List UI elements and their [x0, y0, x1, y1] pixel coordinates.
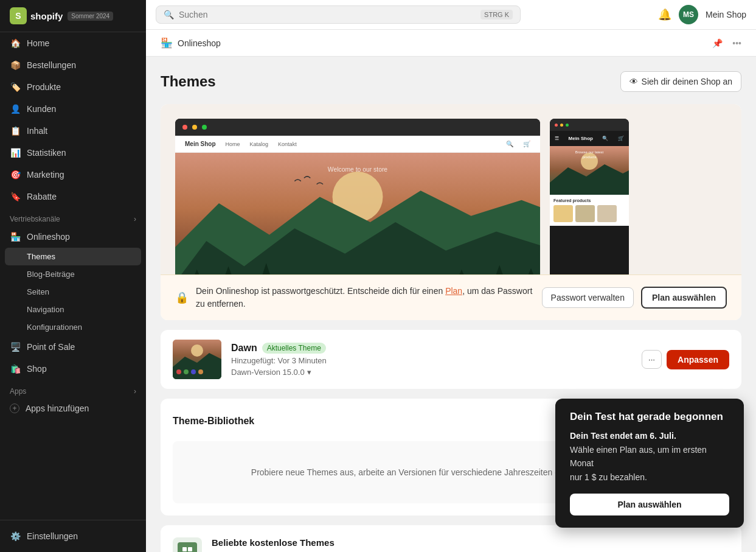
preview-desktop-nav: Mein Shop Home Katalog Kontakt 🔍 🛒: [175, 136, 540, 153]
preview-desktop-hero: Welcome to our store: [175, 153, 540, 274]
sidebar-item-blog[interactable]: Blog-Beiträge: [0, 265, 146, 283]
sidebar-item-customers-label: Kunden: [27, 104, 56, 114]
lock-icon: 🔒: [175, 291, 189, 304]
sidebar-item-analytics[interactable]: 📊 Statistiken: [0, 142, 146, 164]
toast-cta-button[interactable]: Plan auswählen: [570, 494, 729, 515]
sidebar-item-online-store[interactable]: 🏪 Onlineshop: [0, 226, 146, 248]
password-actions: Passwort verwalten Plan auswählen: [542, 287, 727, 309]
sidebar-item-analytics-label: Statistiken: [27, 148, 66, 158]
sidebar-item-config[interactable]: Konfigurationen: [0, 318, 146, 336]
mobile-cart-icon: 🛒: [618, 136, 624, 141]
preview-mobile-body: ☰ Mein Shop 🔍 🛒: [550, 131, 629, 226]
sidebar-item-pos[interactable]: 🖥️ Point of Sale: [0, 336, 146, 358]
online-store-header-icon: 🏪: [161, 37, 173, 49]
search-icon: 🔍: [164, 10, 174, 19]
view-store-button[interactable]: 👁 Sieh dir deinen Shop an: [620, 71, 741, 92]
eye-icon: 👁: [629, 77, 638, 86]
mobile-menu-icon: ☰: [555, 136, 559, 141]
preview-desktop-bar: [175, 119, 540, 136]
mobile-dot-green: [566, 124, 569, 127]
toast: Dein Test hat gerade begonnen Dein Test …: [555, 399, 744, 528]
sidebar-item-shop[interactable]: 🛍️ Shop: [0, 358, 146, 380]
sidebar-item-themes-label: Themes: [27, 252, 55, 261]
sidebar-item-products[interactable]: 🏷️ Produkte: [0, 76, 146, 98]
search-input[interactable]: [179, 10, 476, 19]
manage-password-button[interactable]: Passwort verwalten: [542, 287, 634, 308]
mobile-dot-red: [555, 124, 558, 127]
shop-icon: 🛍️: [10, 363, 21, 374]
mobile-products-title: Featured products: [553, 198, 625, 203]
theme-added: Hinzugefügt: Vor 3 Minuten: [231, 356, 632, 365]
theme-preview-card: Mein Shop Home Katalog Kontakt 🔍 🛒: [161, 104, 741, 320]
mobile-search-icon: 🔍: [602, 136, 608, 141]
sidebar-item-marketing[interactable]: 🎯 Marketing: [0, 164, 146, 186]
sidebar-item-pages[interactable]: Seiten: [0, 283, 146, 301]
sidebar-item-content-label: Inhalt: [27, 126, 47, 136]
plan-link[interactable]: Plan: [445, 286, 462, 296]
sales-channels-expand-icon[interactable]: ›: [134, 215, 136, 223]
sidebar: S shopify Sommer 2024 🏠 Home 📦 Bestellun…: [0, 0, 146, 552]
page-title: Themes: [161, 73, 216, 90]
theme-name-row: Dawn Aktuelles Theme: [231, 343, 632, 354]
svg-rect-22: [188, 547, 192, 551]
mobile-hero-svg: Browse our latest products: [550, 146, 629, 195]
shopify-logo-text: shopify: [30, 11, 63, 21]
sales-channels-section: Vertriebskanäle ›: [0, 208, 146, 226]
apps-expand-icon[interactable]: ›: [134, 387, 136, 396]
add-apps-icon: +: [10, 404, 19, 413]
sidebar-header: S shopify Sommer 2024: [0, 0, 146, 32]
sidebar-item-themes[interactable]: Themes: [5, 248, 141, 265]
avatar[interactable]: MS: [679, 5, 698, 24]
popular-theme-title: Beliebte kostenlose Themes: [212, 537, 665, 548]
sidebar-item-content[interactable]: 📋 Inhalt: [0, 120, 146, 142]
sidebar-item-discounts[interactable]: 🔖 Rabatte: [0, 186, 146, 208]
theme-library-title: Theme-Bibliothek: [173, 416, 254, 427]
bell-icon[interactable]: 🔔: [658, 8, 671, 21]
theme-color-dot-4: [198, 369, 203, 374]
sidebar-item-settings[interactable]: ⚙️ Einstellungen: [0, 525, 146, 547]
sidebar-item-products-label: Produkte: [27, 82, 61, 92]
sidebar-item-customers[interactable]: 👤 Kunden: [0, 98, 146, 120]
sidebar-item-marketing-label: Marketing: [27, 170, 64, 180]
sidebar-item-add-apps-label: Apps hinzufügen: [26, 404, 89, 413]
sidebar-item-config-label: Konfigurationen: [27, 323, 82, 332]
search-box[interactable]: 🔍 STRG K: [156, 5, 521, 24]
home-icon: 🏠: [10, 38, 21, 49]
toast-overlay: Dein Test hat gerade begonnen Dein Test …: [555, 399, 744, 528]
sidebar-item-home[interactable]: 🏠 Home: [0, 32, 146, 54]
page-title-row: Themes 👁 Sieh dir deinen Shop an: [161, 71, 741, 92]
content-header: 🏪 Onlineshop 📌 •••: [146, 30, 756, 57]
content-header-title: Onlineshop: [178, 38, 221, 48]
topbar: 🔍 STRG K 🔔 MS Mein Shop: [146, 0, 756, 30]
sidebar-item-orders[interactable]: 📦 Bestellungen: [0, 54, 146, 76]
pin-icon[interactable]: 📌: [712, 38, 723, 48]
dot-yellow: [192, 125, 197, 130]
shopify-logo[interactable]: S shopify: [10, 7, 63, 24]
sidebar-item-navigation[interactable]: Navigation: [0, 301, 146, 318]
apps-label: Apps: [10, 387, 26, 396]
svg-text:products: products: [582, 155, 596, 159]
password-banner: 🔒 Dein Onlineshop ist passwortgeschützt.…: [161, 274, 741, 320]
theme-dots-row: [173, 367, 207, 377]
pos-icon: 🖥️: [10, 341, 21, 352]
sidebar-item-pos-label: Point of Sale: [27, 342, 75, 352]
choose-plan-button[interactable]: Plan auswählen: [641, 287, 727, 309]
preview-nav-contact: Kontakt: [278, 141, 297, 147]
preview-cart-icon: 🛒: [523, 141, 530, 147]
sidebar-item-add-apps[interactable]: + Apps hinzufügen: [0, 398, 146, 419]
marketing-icon: 🎯: [10, 169, 21, 180]
preview-mobile-hero: Browse our latest products: [550, 146, 629, 195]
orders-icon: 📦: [10, 60, 21, 71]
theme-more-button[interactable]: ···: [642, 350, 662, 369]
preview-mobile: ☰ Mein Shop 🔍 🛒: [550, 119, 629, 274]
svg-text:Welcome to our store: Welcome to our store: [328, 166, 388, 173]
sidebar-item-orders-label: Bestellungen: [27, 60, 76, 70]
desktop-hero-svg: Welcome to our store: [175, 153, 540, 274]
apps-section: Apps ›: [0, 380, 146, 398]
version-chevron-icon: ▾: [307, 368, 311, 377]
theme-version[interactable]: Dawn-Version 15.0.0 ▾: [231, 368, 632, 377]
header-more-icon[interactable]: •••: [732, 38, 741, 48]
sidebar-item-online-store-label: Onlineshop: [27, 232, 70, 242]
customize-button[interactable]: Anpassen: [667, 350, 729, 369]
theme-actions: ··· Anpassen: [642, 350, 729, 369]
